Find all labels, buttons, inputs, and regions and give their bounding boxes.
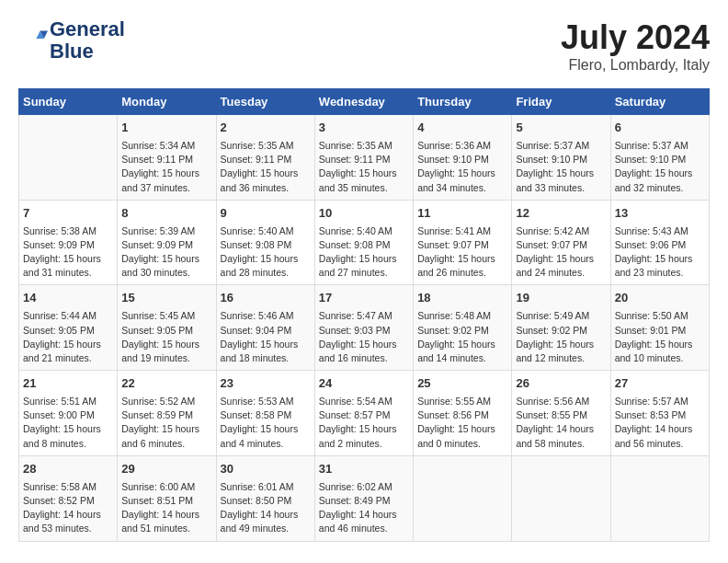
date-number: 14 [23,290,113,307]
calendar-cell: 9Sunrise: 5:40 AM Sunset: 9:08 PM Daylig… [216,200,314,285]
calendar-cell: 30Sunrise: 6:01 AM Sunset: 8:50 PM Dayli… [216,455,314,541]
week-row-2: 14Sunrise: 5:44 AM Sunset: 9:05 PM Dayli… [19,285,710,371]
date-number: 6 [615,120,705,137]
cell-info: Sunrise: 5:57 AM Sunset: 8:53 PM Dayligh… [615,395,705,451]
cell-info: Sunrise: 5:37 AM Sunset: 9:10 PM Dayligh… [615,139,705,195]
calendar-cell: 3Sunrise: 5:35 AM Sunset: 9:11 PM Daylig… [314,115,413,201]
header-day-wednesday: Wednesday [314,89,413,115]
calendar-cell: 15Sunrise: 5:45 AM Sunset: 9:05 PM Dayli… [118,285,216,371]
calendar-cell: 2Sunrise: 5:35 AM Sunset: 9:11 PM Daylig… [216,115,314,201]
calendar-cell: 27Sunrise: 5:57 AM Sunset: 8:53 PM Dayli… [610,371,709,456]
calendar-cell: 31Sunrise: 6:02 AM Sunset: 8:49 PM Dayli… [314,455,413,541]
date-number: 23 [221,375,311,393]
date-number: 18 [417,290,507,307]
calendar-cell [19,115,118,201]
cell-info: Sunrise: 5:40 AM Sunset: 9:08 PM Dayligh… [319,224,409,281]
calendar-cell: 14Sunrise: 5:44 AM Sunset: 9:05 PM Dayli… [19,285,118,371]
date-number: 4 [417,120,507,137]
cell-info: Sunrise: 5:55 AM Sunset: 8:56 PM Dayligh… [417,395,507,451]
cell-info: Sunrise: 5:38 AM Sunset: 9:09 PM Dayligh… [23,224,113,281]
month-year: July 2024 [561,18,710,57]
calendar-cell: 7Sunrise: 5:38 AM Sunset: 9:09 PM Daylig… [19,200,118,285]
date-number: 19 [516,290,606,307]
calendar-cell [414,455,512,541]
date-number: 28 [23,461,113,478]
header-row: SundayMondayTuesdayWednesdayThursdayFrid… [19,89,710,115]
date-number: 24 [319,375,409,393]
date-number: 21 [23,375,113,393]
date-number: 11 [417,205,507,223]
calendar-cell: 22Sunrise: 5:52 AM Sunset: 8:59 PM Dayli… [118,371,216,456]
calendar-cell: 25Sunrise: 5:55 AM Sunset: 8:56 PM Dayli… [414,371,512,456]
cell-info: Sunrise: 5:45 AM Sunset: 9:05 PM Dayligh… [121,309,211,365]
cell-info: Sunrise: 6:02 AM Sunset: 8:49 PM Dayligh… [319,480,409,536]
week-row-1: 7Sunrise: 5:38 AM Sunset: 9:09 PM Daylig… [19,200,710,285]
date-number: 13 [615,205,705,223]
calendar-cell: 16Sunrise: 5:46 AM Sunset: 9:04 PM Dayli… [216,285,314,371]
calendar-cell: 24Sunrise: 5:54 AM Sunset: 8:57 PM Dayli… [314,371,413,456]
date-number: 30 [221,461,311,478]
date-number: 1 [121,120,211,137]
date-number: 8 [121,205,211,223]
date-number: 12 [516,205,606,223]
header-day-friday: Friday [512,89,610,115]
date-number: 27 [615,375,705,393]
calendar-cell: 10Sunrise: 5:40 AM Sunset: 9:08 PM Dayli… [314,200,413,285]
calendar-cell: 18Sunrise: 5:48 AM Sunset: 9:02 PM Dayli… [414,285,512,371]
cell-info: Sunrise: 5:44 AM Sunset: 9:05 PM Dayligh… [23,309,113,365]
calendar-cell: 19Sunrise: 5:49 AM Sunset: 9:02 PM Dayli… [512,285,610,371]
week-row-0: 1Sunrise: 5:34 AM Sunset: 9:11 PM Daylig… [19,115,710,201]
calendar-cell: 4Sunrise: 5:36 AM Sunset: 9:10 PM Daylig… [414,115,512,201]
date-number: 2 [221,120,311,137]
date-number: 29 [121,461,211,478]
date-number: 22 [121,375,211,393]
calendar-cell: 29Sunrise: 6:00 AM Sunset: 8:51 PM Dayli… [118,455,216,541]
logo-icon [22,26,48,52]
week-row-3: 21Sunrise: 5:51 AM Sunset: 9:00 PM Dayli… [19,371,710,456]
date-number: 3 [319,120,409,137]
date-number: 7 [23,205,113,223]
calendar-cell: 28Sunrise: 5:58 AM Sunset: 8:52 PM Dayli… [19,455,118,541]
date-number: 16 [221,290,311,307]
cell-info: Sunrise: 5:52 AM Sunset: 8:59 PM Dayligh… [121,395,211,451]
logo-text: General Blue [50,18,125,63]
cell-info: Sunrise: 5:43 AM Sunset: 9:06 PM Dayligh… [615,224,705,281]
calendar-cell: 23Sunrise: 5:53 AM Sunset: 8:58 PM Dayli… [216,371,314,456]
header-day-monday: Monday [118,89,216,115]
date-number: 25 [417,375,507,393]
cell-info: Sunrise: 5:34 AM Sunset: 9:11 PM Dayligh… [121,139,211,195]
calendar-cell: 17Sunrise: 5:47 AM Sunset: 9:03 PM Dayli… [314,285,413,371]
cell-info: Sunrise: 5:39 AM Sunset: 9:09 PM Dayligh… [121,224,211,281]
cell-info: Sunrise: 5:36 AM Sunset: 9:10 PM Dayligh… [417,139,507,195]
date-number: 9 [221,205,311,223]
header-day-tuesday: Tuesday [216,89,314,115]
cell-info: Sunrise: 5:49 AM Sunset: 9:02 PM Dayligh… [516,309,606,365]
date-number: 5 [516,120,606,137]
header-day-sunday: Sunday [19,89,118,115]
date-number: 17 [319,290,409,307]
date-number: 10 [319,205,409,223]
cell-info: Sunrise: 5:58 AM Sunset: 8:52 PM Dayligh… [23,480,113,536]
header-day-thursday: Thursday [414,89,512,115]
calendar-table: SundayMondayTuesdayWednesdayThursdayFrid… [18,88,710,542]
cell-info: Sunrise: 6:00 AM Sunset: 8:51 PM Dayligh… [121,480,211,536]
week-row-4: 28Sunrise: 5:58 AM Sunset: 8:52 PM Dayli… [19,455,710,541]
date-number: 15 [121,290,211,307]
header-day-saturday: Saturday [610,89,709,115]
cell-info: Sunrise: 5:51 AM Sunset: 9:00 PM Dayligh… [23,395,113,451]
page-header: General Blue July 2024 Flero, Lombardy, … [18,18,710,74]
calendar-cell: 1Sunrise: 5:34 AM Sunset: 9:11 PM Daylig… [118,115,216,201]
cell-info: Sunrise: 5:50 AM Sunset: 9:01 PM Dayligh… [615,309,705,365]
cell-info: Sunrise: 5:37 AM Sunset: 9:10 PM Dayligh… [516,139,606,195]
logo: General Blue [18,18,125,63]
cell-info: Sunrise: 5:53 AM Sunset: 8:58 PM Dayligh… [221,395,311,451]
calendar-cell: 12Sunrise: 5:42 AM Sunset: 9:07 PM Dayli… [512,200,610,285]
date-number: 26 [516,375,606,393]
cell-info: Sunrise: 6:01 AM Sunset: 8:50 PM Dayligh… [221,480,311,536]
cell-info: Sunrise: 5:47 AM Sunset: 9:03 PM Dayligh… [319,309,409,365]
cell-info: Sunrise: 5:48 AM Sunset: 9:02 PM Dayligh… [417,309,507,365]
calendar-cell: 21Sunrise: 5:51 AM Sunset: 9:00 PM Dayli… [19,371,118,456]
date-number: 31 [319,461,409,478]
calendar-cell [512,455,610,541]
cell-info: Sunrise: 5:35 AM Sunset: 9:11 PM Dayligh… [319,139,409,195]
